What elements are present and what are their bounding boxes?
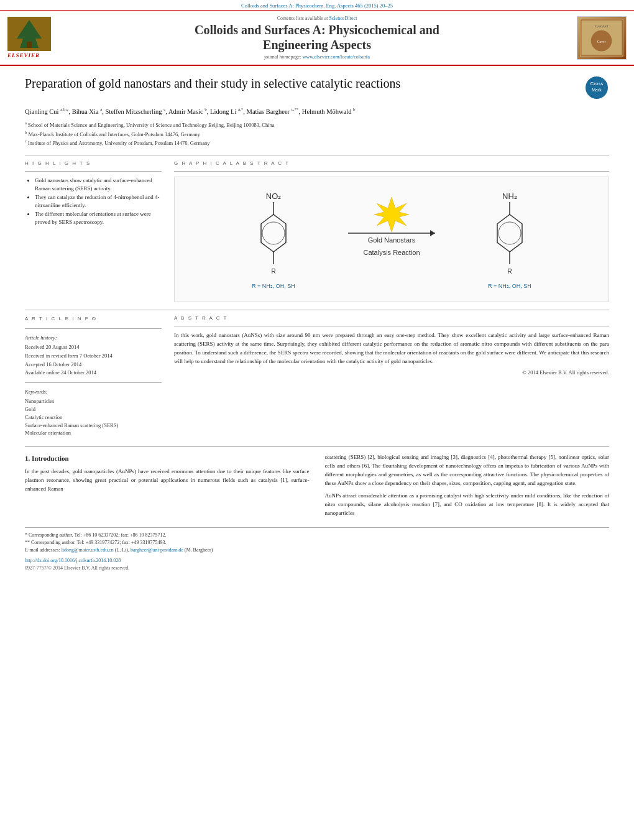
article-history-title: Article history: [25,334,162,343]
body-col-left: 1. Introduction In the past decades, gol… [25,453,310,518]
email1-name: (L. Li), [115,547,129,553]
affiliations: a School of Materials Science and Engine… [25,120,609,147]
graphical-abstract-rule [174,171,609,172]
divider-1 [25,155,609,155]
svg-marker-17 [374,197,409,232]
keywords-rule [25,382,162,383]
keyword-2: Gold [25,405,162,413]
graphical-abstract-col: G R A P H I C A L A B S T R A C T NO₂ R [174,160,609,302]
contents-line: Contents lists available at ScienceDirec… [63,16,571,21]
abstract-text: In this work, gold nanostars (AuNSs) wit… [174,331,609,366]
svg-text:Catalysis Reaction: Catalysis Reaction [363,249,420,256]
top-bar: Colloids and Surfaces A: Physicochem. En… [0,0,634,11]
svg-text:Gold Nanostars: Gold Nanostars [368,236,416,244]
svg-text:R: R [271,268,275,275]
available-date: Available online 24 October 2014 [25,369,162,377]
doi-link[interactable]: http://dx.doi.org/10.1016/j.colsurfa.201… [25,558,609,563]
cover-thumbnail: ELSEVIER Cover [577,16,627,60]
journal-title-block: Contents lists available at ScienceDirec… [63,16,571,60]
svg-marker-22 [497,215,522,252]
intro-text-col2b: AuNPs attract considerable attention as … [325,492,610,518]
highlights-label: H I G H L I G H T S [25,160,162,166]
elsevier-tree-image [7,17,51,51]
intro-text-col2: scattering (SERS) [2], biological sensin… [325,453,610,488]
email2[interactable]: bargheer@uni-postdam.de [131,547,183,553]
keyword-3: Catalytic reaction [25,413,162,422]
reaction-diagram-svg: NO₂ R Gold Nanostars Catalysis Reaction [181,183,602,295]
svg-text:Cross: Cross [590,81,604,86]
svg-marker-11 [261,215,286,252]
svg-text:Cover: Cover [597,40,606,44]
footnotes: * Corresponding author. Tel: +86 10 6233… [25,532,609,554]
abstract-rule [174,326,609,326]
highlight-item-1: Gold nanostars show catalytic and surfac… [35,177,162,193]
abstract-label: A B S T R A C T [174,315,609,321]
highlight-item-2: They can catalyze the reduction of 4-nit… [35,193,162,210]
homepage-url[interactable]: www.elsevier.com/locate/colsurfa [303,54,370,60]
svg-text:R: R [507,268,512,275]
journal-header: ELSEVIER Contents lists available at Sci… [0,11,634,66]
intro-heading: 1. Introduction [25,453,310,464]
email-label: E-mail addresses: [25,547,60,553]
page-footer: * Corresponding author. Tel: +86 10 6233… [25,527,609,571]
svg-text:NH₂: NH₂ [502,192,517,201]
affiliation-c: c Institute of Physics and Astronomy, Un… [25,138,609,147]
svg-marker-20 [430,230,435,236]
keyword-5: Molecular orientation [25,429,162,437]
body-col-right: scattering (SERS) [2], biological sensin… [325,453,610,518]
svg-text:R = NH₂, OH, SH: R = NH₂, OH, SH [252,283,295,289]
svg-point-12 [262,222,285,244]
email-line: E-mail addresses: lidong@mater.ustb.edu.… [25,547,609,554]
keywords-list: Nanoparticles Gold Catalytic reaction Su… [25,397,162,437]
email1[interactable]: lidong@mater.ustb.edu.cn [62,547,114,553]
article-title: Preparation of gold nanostars and their … [25,75,575,91]
svg-point-23 [498,222,521,244]
highlights-graphical-section: H I G H L I G H T S Gold nanostars show … [25,160,609,302]
abstract-copyright: © 2014 Elsevier B.V. All rights reserved… [174,369,609,376]
elsevier-logo: ELSEVIER [7,17,63,58]
sciencedirect-link[interactable]: ScienceDirect [329,16,357,21]
info-abstract-section: A R T I C L E I N F O Article history: R… [25,315,609,437]
issn-copyright: 0927-7757/© 2014 Elsevier B.V. All right… [25,565,609,571]
highlights-rule [25,171,162,172]
keywords-title: Keywords: [25,388,162,397]
accepted-date: Accepted 16 October 2014 [25,361,162,369]
divider-2 [25,310,609,310]
divider-3 [25,446,609,447]
crossmark-badge[interactable]: Cross Mark [584,75,609,100]
homepage-line: journal homepage: www.elsevier.com/locat… [63,54,571,60]
graphical-abstract-label: G R A P H I C A L A B S T R A C T [174,160,609,166]
highlights-list: Gold nanostars show catalytic and surfac… [25,177,162,227]
abstract-col: A B S T R A C T In this work, gold nanos… [174,315,609,437]
svg-text:NO₂: NO₂ [266,192,282,201]
keyword-4: Surface-enhanced Raman scattering (SERS) [25,422,162,430]
highlights-col: H I G H L I G H T S Gold nanostars show … [25,160,162,302]
article-info-label: A R T I C L E I N F O [25,315,162,323]
svg-text:R = NH₂, OH, SH: R = NH₂, OH, SH [488,283,531,289]
body-two-col: 1. Introduction In the past decades, gol… [25,453,609,518]
footnote-2: ** Corresponding author. Tel: +49 331977… [25,539,609,547]
journal-citation: Colloids and Surfaces A: Physicochem. En… [241,2,393,9]
graphical-abstract-box: NO₂ R Gold Nanostars Catalysis Reaction [174,177,609,302]
svg-text:ELSEVIER: ELSEVIER [595,25,609,28]
affiliation-a: a School of Materials Science and Engine… [25,120,609,129]
affiliation-b: b Max-Planck Institute of Colloids and I… [25,129,609,139]
article-info-rule [25,328,162,329]
intro-text-col1: In the past decades, gold nanoparticles … [25,468,310,494]
authors-line: Qianling Cui a,b,c, Bihua Xia a, Steffen… [25,106,609,116]
keyword-1: Nanoparticles [25,397,162,405]
received-date: Received 20 August 2014 [25,343,162,352]
elsevier-wordmark: ELSEVIER [7,52,40,58]
svg-rect-2 [27,42,32,48]
received-revised-date: Received in revised form 7 October 2014 [25,352,162,361]
email2-name: (M. Bargheer) [185,547,213,553]
highlight-item-3: The different molecular orientations at … [35,210,162,227]
article-info-col: A R T I C L E I N F O Article history: R… [25,315,162,437]
footnote-1: * Corresponding author. Tel: +86 10 6233… [25,532,609,539]
svg-text:Mark: Mark [592,88,602,92]
main-content: Preparation of gold nanostars and their … [0,66,634,580]
article-title-section: Preparation of gold nanostars and their … [25,75,609,100]
journal-title: Colloids and Surfaces A: Physicochemical… [63,22,571,52]
journal-cover-image: ELSEVIER Cover [571,16,627,60]
body-section: 1. Introduction In the past decades, gol… [25,453,609,518]
